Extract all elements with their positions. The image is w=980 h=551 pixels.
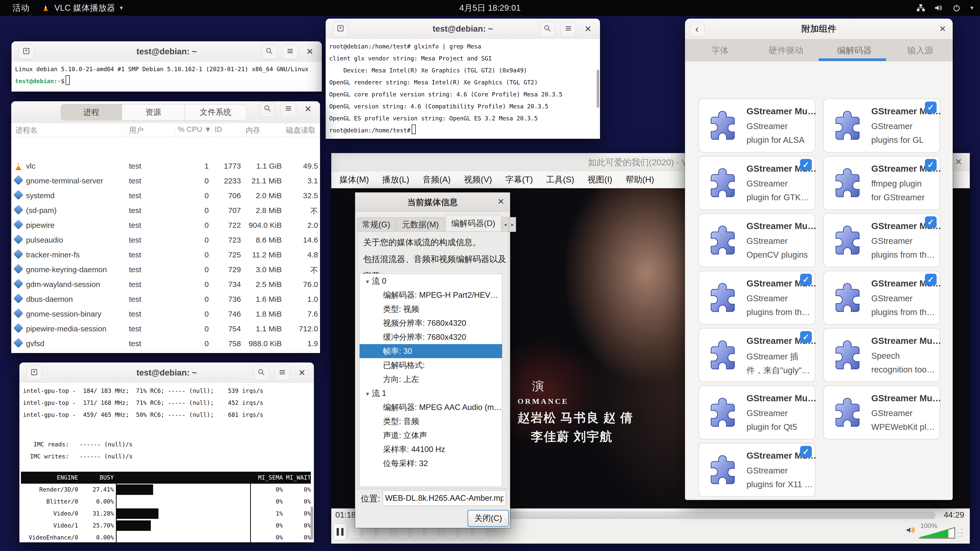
vlc-toolbar-button[interactable] bbox=[363, 527, 375, 539]
tree-item[interactable]: 编解码器: MPEG-H Part2/HEV… bbox=[360, 288, 502, 302]
installed-checkbox[interactable]: ✓ bbox=[800, 159, 812, 171]
menu-button[interactable] bbox=[275, 365, 290, 380]
tree-item[interactable]: 方向: 上左 bbox=[360, 372, 502, 386]
menu-播放(L)[interactable]: 播放(L) bbox=[376, 174, 415, 186]
vlc-toolbar-button[interactable] bbox=[378, 527, 390, 539]
scrollbar[interactable] bbox=[597, 70, 599, 108]
clock[interactable]: 4月5日 18:29:01 bbox=[0, 2, 980, 14]
column-header[interactable]: % CPU ▼ bbox=[178, 125, 212, 134]
tab-文件系统[interactable]: 文件系统 bbox=[185, 104, 246, 120]
installed-checkbox[interactable]: ✓ bbox=[925, 102, 937, 113]
tab-输入源[interactable]: 输入源 bbox=[907, 44, 933, 56]
addon-tile[interactable]: GStreamer Mu…GStreamerplugins for GL✓ bbox=[823, 98, 940, 152]
close-icon[interactable]: ✕ bbox=[497, 197, 504, 206]
tab-常规(G)[interactable]: 常规(G) bbox=[357, 218, 396, 232]
codec-tree[interactable]: ▾流 0编解码器: MPEG-H Part2/HEV…类型: 视频视频分辨率: … bbox=[360, 274, 502, 487]
menu-音频(A)[interactable]: 音频(A) bbox=[417, 174, 456, 186]
terminal-titlebar[interactable]: test@debian: ~ ✕ bbox=[19, 362, 314, 383]
close-icon[interactable]: ✕ bbox=[955, 157, 963, 167]
vlc-toolbar-button[interactable] bbox=[426, 527, 438, 539]
vlc-toolbar-button[interactable] bbox=[348, 527, 360, 539]
table-row[interactable]: pulseaudiotest07238.6 MiB14.6 bbox=[11, 233, 320, 248]
tree-item[interactable]: 视频分辨率: 7680x4320 bbox=[360, 316, 502, 330]
addon-tile[interactable]: GStreamer Mu…GStreamerplugins from th…✓ bbox=[823, 271, 940, 325]
tab-硬件驱动[interactable]: 硬件驱动 bbox=[769, 44, 803, 56]
table-row[interactable]: gvfsdtest0758988.0 KiB1.9 bbox=[11, 336, 320, 351]
addon-tile[interactable]: GStreamer Mu…GStreamerplugins from th…✓ bbox=[823, 213, 940, 267]
menu-媒体(M)[interactable]: 媒体(M) bbox=[334, 174, 374, 186]
table-row[interactable]: gnome-terminal-servertest0223321.1 MiB3.… bbox=[11, 173, 320, 188]
new-tab-button[interactable] bbox=[27, 365, 42, 380]
tab-资源[interactable]: 资源 bbox=[122, 104, 185, 120]
tree-group[interactable]: ▾流 1 bbox=[360, 386, 502, 400]
table-row[interactable]: pipewire-media-sessiontest07541.1 MiB712… bbox=[11, 321, 320, 336]
speaker-icon[interactable] bbox=[906, 525, 916, 535]
menu-button[interactable] bbox=[561, 21, 576, 37]
close-button[interactable]: ✕ bbox=[582, 21, 594, 36]
addon-tile[interactable]: GStreamer Mu…GStreamerplugins from th…✓ bbox=[698, 271, 815, 325]
addon-tile[interactable]: GStreamer Mu…GStreamer 插件，来自"ugly"…✓ bbox=[698, 328, 815, 382]
addon-tile[interactable]: GStreamer Mu…GStreamerplugin for ALSA bbox=[698, 98, 815, 152]
terminal-content[interactable]: Linux debian 5.10.0-21-amd64 #1 SMP Debi… bbox=[11, 62, 322, 92]
installed-checkbox[interactable]: ✓ bbox=[800, 274, 812, 286]
addon-tile[interactable]: GStreamer Mu…GStreamerplugins for X11 …✓ bbox=[698, 443, 815, 497]
table-header[interactable]: 进程名用户% CPU ▼ID内存磁盘读取 bbox=[11, 123, 320, 137]
table-row[interactable]: gnome-session-binarytest07461.8 MiB7.6 bbox=[11, 306, 320, 321]
vlc-toolbar-button[interactable] bbox=[444, 527, 456, 539]
search-button[interactable] bbox=[260, 101, 275, 117]
tree-item[interactable]: 采样率: 44100 Hz bbox=[360, 442, 502, 456]
pause-button[interactable] bbox=[333, 524, 347, 540]
terminal-titlebar[interactable]: test@debian: ~ ✕ bbox=[11, 41, 322, 62]
menu-button[interactable] bbox=[283, 44, 298, 59]
addon-tile[interactable]: GStreamer Mu…ffmpeg pluginfor GStreamer✓ bbox=[823, 156, 940, 210]
system-monitor-titlebar[interactable]: 进程资源文件系统 ✕ bbox=[11, 101, 320, 124]
vlc-toolbar-button[interactable] bbox=[459, 527, 471, 539]
installed-checkbox[interactable]: ✓ bbox=[925, 216, 937, 228]
search-button[interactable] bbox=[540, 21, 555, 37]
close-button[interactable]: ✕ bbox=[296, 365, 308, 380]
resize-grip[interactable] bbox=[954, 532, 966, 540]
addon-tile[interactable]: GStreamer Mu…GStreamerOpenCV plugins bbox=[698, 213, 815, 267]
addon-tile[interactable]: GStreamer Mu…GStreamerplugin for GTK…✓ bbox=[698, 156, 815, 210]
tree-item[interactable]: 声道: 立体声 bbox=[360, 428, 502, 442]
back-button[interactable]: ‹ bbox=[690, 21, 704, 36]
column-header[interactable]: 进程名 bbox=[15, 125, 38, 135]
table-row[interactable]: gvfsd-fusetest07892.6 MiB336.0 bbox=[11, 351, 320, 353]
table-row[interactable]: gnome-keyring-daemontest07293.0 MiB不 bbox=[11, 262, 320, 277]
tree-item[interactable]: 已解码格式: bbox=[360, 358, 502, 372]
new-tab-button[interactable] bbox=[333, 21, 348, 37]
menu-字幕(T)[interactable]: 字幕(T) bbox=[500, 174, 538, 186]
expander-icon[interactable]: ▾ bbox=[363, 275, 372, 289]
tab-编解码器[interactable]: 编解码器 bbox=[837, 44, 872, 56]
installed-checkbox[interactable]: ✓ bbox=[800, 331, 812, 343]
close-dialog-button[interactable]: 关闭(C) bbox=[468, 510, 509, 527]
terminal-content[interactable]: intel-gpu-top - 184/ 183 MHz; 71% RC6; -… bbox=[19, 383, 314, 542]
volume-icon[interactable] bbox=[934, 3, 944, 13]
new-tab-button[interactable] bbox=[19, 44, 34, 59]
expander-icon[interactable]: ▾ bbox=[363, 387, 372, 401]
table-row[interactable]: pipewiretest0722904.0 KiB2.0 bbox=[11, 218, 320, 233]
scrollbar[interactable] bbox=[310, 507, 313, 540]
table-row[interactable]: gdm-wayland-sessiontest07342.5 MiB76.0 bbox=[11, 277, 320, 292]
menu-button[interactable] bbox=[281, 101, 296, 117]
vlc-toolbar-button[interactable] bbox=[411, 527, 423, 539]
network-icon[interactable] bbox=[916, 3, 926, 13]
tree-item[interactable]: 类型: 视频 bbox=[360, 302, 502, 316]
tree-item[interactable]: 编解码器: MPEG AAC Audio (m… bbox=[360, 400, 502, 414]
column-header[interactable]: ID bbox=[215, 125, 222, 134]
addon-tile[interactable]: GStreamer Mu…Speechrecognition too… bbox=[823, 328, 940, 382]
tree-item[interactable]: 帧率: 30 bbox=[360, 344, 502, 358]
tab-进程[interactable]: 进程 bbox=[61, 104, 122, 120]
addon-tile[interactable]: GStreamer Mu…GStreamerplugin for Qt5 bbox=[698, 386, 815, 440]
table-row[interactable]: dbus-daemontest07361.6 MiB1.0 bbox=[11, 292, 320, 306]
menu-视频(V)[interactable]: 视频(V) bbox=[458, 174, 498, 186]
menu-工具(S)[interactable]: 工具(S) bbox=[541, 174, 580, 186]
column-header[interactable]: 用户 bbox=[129, 125, 144, 135]
tree-item[interactable]: 缓冲分辨率: 7680x4320 bbox=[360, 330, 502, 344]
installed-checkbox[interactable]: ✓ bbox=[800, 446, 812, 457]
table-row[interactable]: systemdtest07062.0 MiB32.5 bbox=[11, 188, 320, 203]
installed-checkbox[interactable]: ✓ bbox=[925, 159, 937, 171]
column-header[interactable]: 内存 bbox=[245, 125, 260, 135]
close-button[interactable]: ✕ bbox=[302, 102, 314, 116]
tree-group[interactable]: ▾流 0 bbox=[360, 274, 502, 288]
